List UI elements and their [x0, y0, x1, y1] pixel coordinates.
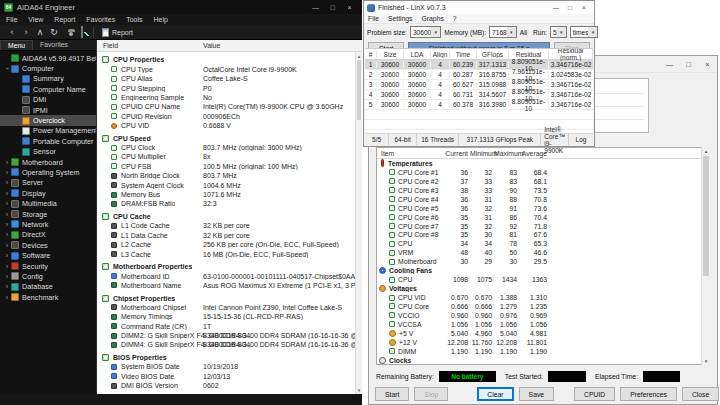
column-header-time[interactable]: Time	[450, 51, 477, 58]
expand-arrow-icon[interactable]: ›	[3, 283, 11, 290]
sidebar-item-sensor[interactable]: Sensor	[0, 147, 96, 157]
aida-menu-file[interactable]: File	[6, 16, 17, 23]
sensor-row-5-v[interactable]: +5 V5.0404.9605.0404.981	[377, 329, 705, 338]
sidebar-item-software[interactable]: ›Software	[0, 250, 96, 260]
field-row-cpu-stepping[interactable]: CPU SteppingP0	[97, 83, 355, 92]
aida-menu-help[interactable]: Help	[153, 16, 167, 23]
scroll-down-icon[interactable]: ▾	[356, 387, 362, 393]
sensor-row-vccio[interactable]: VCCIO0.9600.9600.9760.969	[377, 311, 705, 320]
linx-menu-file[interactable]: File	[368, 15, 379, 22]
aida-menu-report[interactable]: Report	[54, 16, 75, 23]
linx-menu-graphs[interactable]: Graphs	[422, 15, 444, 22]
sensor-row-cpu-vid[interactable]: CPU VID0.6700.6701.3881.310	[377, 293, 705, 302]
close-button[interactable]: Close	[682, 387, 719, 401]
sensor-section-clocks[interactable]: Clocks	[377, 356, 705, 365]
column-header-gflops[interactable]: GFlops	[477, 51, 509, 58]
expand-arrow-icon[interactable]: ›	[3, 252, 11, 259]
sidebar-item-operating-system[interactable]: ›Operating System	[0, 167, 96, 177]
column-header-size[interactable]: Size	[377, 51, 404, 58]
field-row-command-rate-cr[interactable]: Command Rate (CR)1T	[97, 321, 355, 330]
field-row-motherboard-name[interactable]: Motherboard NameAsus ROG Maximus XI Extr…	[97, 281, 355, 290]
sensor-section-temperatures[interactable]: Temperatures	[377, 159, 705, 168]
column-header-residual-norm[interactable]: Residual (norm.)	[549, 48, 593, 61]
expand-arrow-icon[interactable]: ›	[3, 200, 11, 207]
field-row-motherboard-chipset[interactable]: Motherboard ChipsetIntel Cannon Point Z3…	[97, 303, 355, 312]
field-row-dimm4-g-skill-sniperx-f4-3400c16-8g[interactable]: DIMM4: G Skill SniperX F4-3400C16-8G...8…	[97, 340, 355, 349]
minimize-icon[interactable]: —	[549, 2, 563, 14]
sidebar-item-database[interactable]: ›Database	[0, 282, 96, 292]
sensor-row-motherboard[interactable]: Motherboard30293029.5	[377, 257, 705, 266]
field-row-cpu-clock[interactable]: CPU Clock803.7 MHz (original: 3600 MHz)	[97, 143, 355, 152]
field-row-dmi-bios-version[interactable]: DMI BIOS Version0602	[97, 381, 355, 390]
sidebar-item-portable-computer[interactable]: Portable Computer	[0, 136, 96, 146]
collapse-arrow-icon[interactable]: ›	[4, 65, 11, 73]
field-row-l1-data-cache[interactable]: L1 Data Cache32 KB per core	[97, 231, 355, 240]
sidebar-item-computer-name[interactable]: Computer Name	[0, 84, 96, 94]
chart-icon[interactable]	[75, 26, 89, 39]
expand-arrow-icon[interactable]: ›	[3, 169, 11, 176]
sidebar-item-benchmark[interactable]: ›Benchmark	[0, 292, 96, 302]
preferences-button[interactable]: Preferences	[620, 387, 677, 401]
sidebar-item-config[interactable]: ›Config	[0, 271, 96, 281]
sensor-row-cpu[interactable]: CPU34347865.3	[377, 239, 705, 248]
up-icon[interactable]: ∧	[33, 26, 47, 39]
expand-arrow-icon[interactable]: ›	[3, 263, 11, 270]
sidebar-item-server[interactable]: ›Server	[0, 178, 96, 188]
sidebar-item-display[interactable]: ›Display	[0, 188, 96, 198]
field-row-cpu-vid[interactable]: CPU VID0.6688 V	[97, 121, 355, 130]
sensor-row-12-v[interactable]: +12 V12.20811.76012.20811.801	[377, 338, 705, 347]
refresh-icon[interactable]: ↻	[47, 26, 61, 39]
field-row-motherboard-id[interactable]: Motherboard ID63-0100-000001-00101111-04…	[97, 271, 355, 280]
expand-arrow-icon[interactable]: ›	[3, 221, 11, 228]
sensor-row-cpu-core-2[interactable]: CPU Core #237338368.1	[377, 177, 705, 186]
sensor-section-voltages[interactable]: Voltages	[377, 284, 705, 293]
column-header-align[interactable]: Align	[431, 51, 450, 58]
linx-menu-[interactable]: ?	[453, 15, 457, 22]
sidebar-item-computer[interactable]: ›Computer	[0, 63, 96, 73]
tab-menu[interactable]: Menu	[0, 40, 33, 50]
aida-menu-favorites[interactable]: Favorites	[86, 16, 115, 23]
start-button[interactable]: Start	[375, 387, 409, 401]
sensor-row-cpu-core-3[interactable]: CPU Core #338339073.5	[377, 186, 705, 195]
forward-icon[interactable]: ›	[19, 26, 33, 39]
result-row-4[interactable]: 43060030600460.731314.56078.809051e-103.…	[365, 90, 593, 100]
sensor-row-cpu-core[interactable]: CPU Core0.6660.6661.2791.235	[377, 302, 705, 311]
result-row-1[interactable]: 13060030600460.239317.13138.809051e-103.…	[365, 60, 593, 70]
value-column-header[interactable]: Value	[197, 42, 220, 49]
result-row-3[interactable]: 33060030600460.627315.09888.809051e-103.…	[365, 80, 593, 90]
aida-menu-view[interactable]: View	[28, 16, 43, 23]
sensor-row-cpu-core-7[interactable]: CPU Core #735329271.8	[377, 222, 705, 231]
scroll-up-icon[interactable]: ▴	[702, 148, 710, 154]
field-row-system-bios-date[interactable]: System BIOS Date10/19/2018	[97, 362, 355, 371]
stop-button[interactable]: Stop	[414, 387, 448, 401]
memory-select[interactable]: 7168 ▾	[489, 26, 517, 38]
sensor-table-scrollbar[interactable]: ▴ ▾	[701, 147, 710, 365]
field-row-memory-timings[interactable]: Memory Timings15-15-15-36 (CL-RCD-RP-RAS…	[97, 312, 355, 321]
linx-menu-settings[interactable]: Settings	[388, 15, 413, 22]
field-row-cpuid-cpu-name[interactable]: CPUID CPU NameIntel(R) Core(TM) i9-9900K…	[97, 102, 355, 111]
field-column-header[interactable]: Field	[97, 42, 197, 49]
sensor-row-vrm[interactable]: VRM48405046.6	[377, 248, 705, 257]
all-button[interactable]: All	[520, 29, 527, 36]
cpuid-button[interactable]: CPUID	[574, 387, 615, 401]
field-row-cpu-type[interactable]: CPU TypeOctalCore Intel Core i9-9900K	[97, 65, 355, 74]
close-icon[interactable]: ×	[341, 1, 358, 14]
expand-arrow-icon[interactable]: ›	[3, 211, 11, 218]
problem-size-select[interactable]: 30600 ▾	[410, 26, 441, 38]
close-icon[interactable]: ×	[577, 2, 591, 14]
clear-button[interactable]: Clear	[477, 387, 513, 401]
sidebar-item-overclock[interactable]: Overclock	[0, 115, 96, 125]
expand-arrow-icon[interactable]: ›	[3, 294, 11, 301]
column-header-residual[interactable]: Residual	[509, 51, 549, 58]
result-row-5[interactable]: 53060030600460.378316.39808.809051e-103.…	[365, 100, 593, 110]
field-row-dram-fsb-ratio[interactable]: DRAM:FSB Ratio32:3	[97, 199, 355, 208]
run-count-select[interactable]: 5 ▾	[550, 26, 567, 38]
sensor-row-dimm[interactable]: DIMM1.1901.1901.1901.190	[377, 347, 705, 356]
close-icon[interactable]: ×	[698, 58, 717, 71]
sidebar-item-multimedia[interactable]: ›Multimedia	[0, 198, 96, 208]
report-button[interactable]: Report	[98, 28, 137, 37]
sensor-section-cooling-fans[interactable]: Cooling Fans	[377, 266, 705, 275]
sensor-row-cpu[interactable]: CPU1098107514341363	[377, 275, 705, 284]
scroll-down-icon[interactable]: ▾	[702, 358, 710, 364]
field-row-memory-bus[interactable]: Memory Bus1071.6 MHz	[97, 190, 355, 199]
